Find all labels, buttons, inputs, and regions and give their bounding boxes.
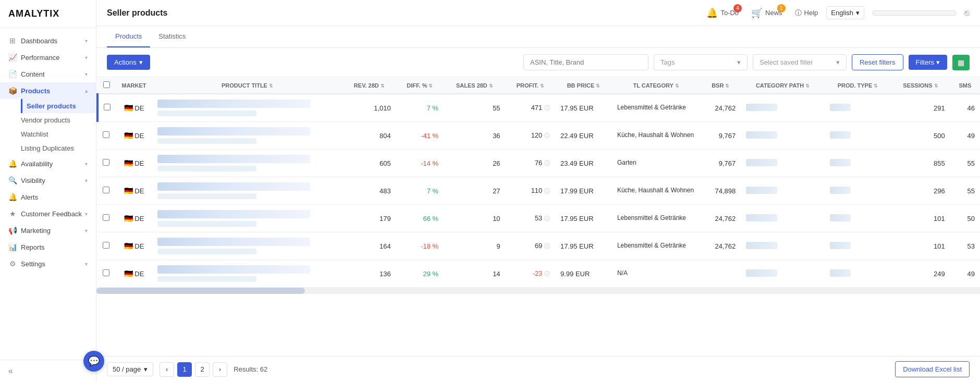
sidebar-item-vendor-products[interactable]: Vendor products xyxy=(21,113,96,127)
diff-value: 7 % xyxy=(427,104,438,112)
bb-price-value: 22.49 EUR xyxy=(560,132,594,140)
row-sms-cell: 49 xyxy=(950,122,980,150)
sidebar-item-dashboards[interactable]: ⊞ Dashboards ▾ xyxy=(0,32,96,49)
sidebar-item-alerts[interactable]: 🔔 Alerts xyxy=(0,189,96,205)
chevron-down-icon: ▾ xyxy=(85,38,88,44)
global-search-input[interactable] xyxy=(873,10,956,16)
bb-price-value: 17.95 EUR xyxy=(560,242,594,250)
col-diff[interactable]: DIFF. %⇅ xyxy=(396,77,444,94)
product-subtitle-blurred xyxy=(157,276,256,282)
column-settings-button[interactable]: ▦ xyxy=(952,55,970,70)
main-content: Seller products 🔔 4 To-Do 🛒 1 News ⓘ Hel… xyxy=(96,0,980,382)
sidebar-item-reports[interactable]: 📊 Reports xyxy=(0,239,96,255)
row-bb-price-cell: 17.95 EUR xyxy=(555,94,612,122)
news-button[interactable]: 🛒 1 News xyxy=(751,7,782,19)
sidebar-footer: « xyxy=(0,360,96,382)
row-checkbox[interactable] xyxy=(104,104,111,110)
product-search-input[interactable] xyxy=(523,54,648,70)
page-size-select[interactable]: 50 / page ▾ xyxy=(107,362,153,376)
col-title[interactable]: PRODUCT TITLE⇅ xyxy=(152,77,342,94)
row-prod-type-cell xyxy=(825,94,891,122)
tab-statistics[interactable]: Statistics xyxy=(150,26,194,47)
row-checkbox[interactable] xyxy=(103,214,109,221)
row-checkbox[interactable] xyxy=(103,131,109,138)
row-checkbox[interactable] xyxy=(103,242,109,249)
reset-filters-button[interactable]: Reset filters xyxy=(852,54,903,70)
chat-button[interactable]: 💬 xyxy=(83,351,104,372)
row-title-cell xyxy=(152,150,342,177)
row-category-path-cell xyxy=(741,150,825,177)
page-1-button[interactable]: 1 xyxy=(177,362,192,377)
row-market-cell: 🇩🇪 DE xyxy=(116,122,152,150)
sidebar-item-watchlist[interactable]: Watchlist xyxy=(21,127,96,141)
sidebar-item-visibility[interactable]: 🔍 Visibility ▾ xyxy=(0,172,96,189)
sidebar-item-products[interactable]: 📦 Products ▴ xyxy=(0,82,96,99)
table-row: 🇩🇪 DE 179 66 % 10 53 ⓘ 17.95 EUR Lebensm… xyxy=(97,205,980,232)
market-flag: 🇩🇪 xyxy=(124,214,133,223)
product-subtitle-blurred xyxy=(157,193,256,199)
sidebar-item-customer-feedback[interactable]: ★ Customer Feedback ▾ xyxy=(0,205,96,222)
market-flag: 🇩🇪 xyxy=(124,131,133,140)
rev-value: 136 xyxy=(379,270,391,278)
scrollbar-thumb[interactable] xyxy=(96,288,305,294)
col-profit[interactable]: PROFIT.⇅ xyxy=(506,77,555,94)
language-selector[interactable]: English ▾ xyxy=(826,6,864,19)
saved-filter-select[interactable]: Select saved filter ▾ xyxy=(753,54,847,70)
row-sales-cell: 26 xyxy=(444,150,505,177)
rev-value: 804 xyxy=(379,132,391,140)
chevron-down-icon: ▾ xyxy=(836,58,840,66)
sidebar-item-availability[interactable]: 🔔 Availability ▾ xyxy=(0,155,96,172)
row-sessions-cell: 296 xyxy=(891,177,950,205)
col-sms[interactable]: SMS xyxy=(950,77,980,94)
sidebar-item-settings[interactable]: ⚙ Settings ▾ xyxy=(0,255,96,272)
col-check[interactable] xyxy=(97,77,116,94)
sidebar-item-content[interactable]: 📄 Content ▾ xyxy=(0,66,96,82)
sort-icon: ⇅ xyxy=(596,83,600,89)
sales-value: 14 xyxy=(493,270,500,278)
help-label: Help xyxy=(804,9,818,17)
row-checkbox[interactable] xyxy=(103,187,109,193)
sidebar-item-seller-products[interactable]: Seller products xyxy=(21,99,96,113)
col-tl-category[interactable]: TL CATEGORY⇅ xyxy=(612,77,700,94)
tab-products[interactable]: Products xyxy=(107,26,150,47)
row-checkbox[interactable] xyxy=(103,269,109,276)
tags-select[interactable]: Tags ▾ xyxy=(654,54,748,70)
sidebar-item-performance[interactable]: 📈 Performance ▾ xyxy=(0,49,96,66)
row-title-cell xyxy=(152,177,342,205)
download-excel-button[interactable]: Download Excel list xyxy=(895,361,970,377)
col-bb-price[interactable]: BB PRICE⇅ xyxy=(555,77,612,94)
row-prod-type-cell xyxy=(825,150,891,177)
select-all-checkbox[interactable] xyxy=(103,81,110,88)
row-bsr-cell: 74,898 xyxy=(700,177,741,205)
prev-page-button[interactable]: ‹ xyxy=(160,362,174,377)
col-category-path[interactable]: CATEGORY PATH⇅ xyxy=(741,77,825,94)
col-bsr[interactable]: BSR⇅ xyxy=(700,77,741,94)
filters-button[interactable]: Filters ▾ xyxy=(909,55,947,70)
next-page-button[interactable]: › xyxy=(213,362,227,377)
sidebar-item-marketing[interactable]: 📢 Marketing ▾ xyxy=(0,222,96,239)
horizontal-scrollbar[interactable] xyxy=(96,288,980,294)
row-checkbox[interactable] xyxy=(103,159,109,166)
collapse-sidebar-button[interactable]: « xyxy=(8,366,13,375)
col-rev[interactable]: REV. 28D⇅ xyxy=(342,77,396,94)
col-sales[interactable]: SALES 28D⇅ xyxy=(444,77,505,94)
diff-value: 66 % xyxy=(423,215,438,223)
performance-icon: 📈 xyxy=(8,53,17,61)
sidebar-item-listing-duplicates[interactable]: Listing Duplicates xyxy=(21,141,96,155)
filters-label: Filters xyxy=(916,58,934,66)
col-market[interactable]: MARKET xyxy=(116,77,152,94)
todo-button[interactable]: 🔔 4 To-Do xyxy=(706,7,739,19)
actions-button[interactable]: Actions ▾ xyxy=(107,55,150,70)
todo-icon: 🔔 xyxy=(706,7,718,19)
col-prod-type[interactable]: PROD. TYPE⇅ xyxy=(825,77,891,94)
col-sessions[interactable]: SESSIONS⇅ xyxy=(891,77,950,94)
prod-type-blurred xyxy=(830,104,851,111)
rev-value: 179 xyxy=(379,215,391,223)
product-subtitle-blurred xyxy=(157,110,256,116)
row-profit-cell: 471 ⓘ xyxy=(506,94,555,122)
row-rev-cell: 179 xyxy=(342,205,396,232)
help-button[interactable]: ⓘ Help xyxy=(795,8,818,18)
page-2-button[interactable]: 2 xyxy=(195,362,210,377)
row-diff-cell: -18 % xyxy=(396,232,444,260)
logout-button[interactable]: ⎋ xyxy=(964,8,970,18)
